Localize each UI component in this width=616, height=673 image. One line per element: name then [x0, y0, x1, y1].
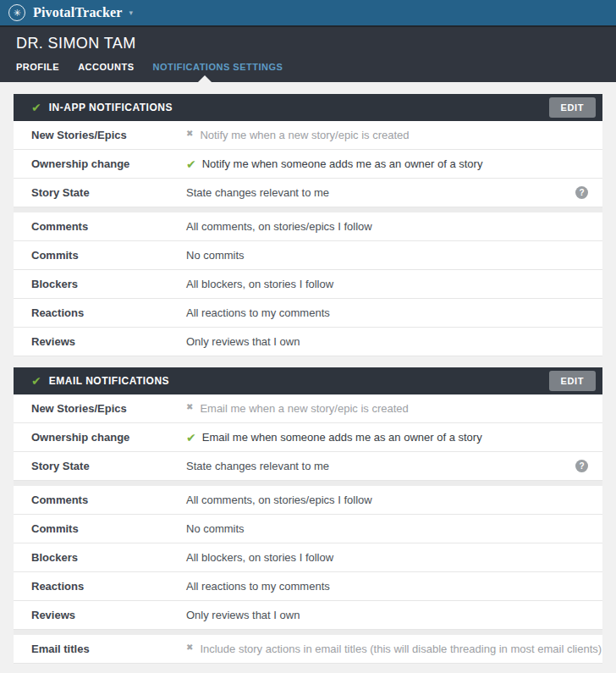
setting-row-new-stories-epics: New Stories/Epics✖Email me when a new st… — [14, 394, 602, 423]
tab-bar: PROFILE ACCOUNTS NOTIFICATIONS SETTINGS — [16, 62, 283, 72]
panel-header: ✔ IN-APP NOTIFICATIONS EDIT — [14, 94, 602, 121]
setting-row-email-titles: Email titles✖Include story actions in em… — [14, 635, 602, 664]
setting-description: No commits — [186, 522, 245, 535]
setting-row-new-stories-epics: New Stories/Epics✖Notify me when a new s… — [14, 121, 602, 150]
setting-description: All comments, on stories/epics I follow — [186, 220, 372, 233]
setting-row-comments: CommentsAll comments, on stories/epics I… — [14, 212, 602, 241]
setting-name: Reviews — [14, 609, 186, 621]
in-app-notifications-panel: ✔ IN-APP NOTIFICATIONS EDIT New Stories/… — [14, 94, 602, 356]
setting-row-commits: CommitsNo commits — [14, 515, 602, 543]
tab-profile[interactable]: PROFILE — [16, 62, 59, 72]
setting-value: ✖Email me when a new story/epic is creat… — [186, 402, 602, 415]
tab-accounts[interactable]: ACCOUNTS — [78, 62, 134, 72]
setting-name: Blockers — [14, 551, 186, 564]
setting-description: State changes relevant to me — [186, 460, 329, 472]
setting-name: Commits — [14, 249, 186, 262]
setting-row-story-state: Story StateState changes relevant to me? — [14, 452, 602, 481]
setting-description: Notify me when someone adds me as an own… — [202, 157, 483, 170]
setting-name: Reactions — [14, 580, 186, 593]
setting-description: All comments, on stories/epics I follow — [186, 494, 372, 506]
setting-value: All comments, on stories/epics I follow — [186, 494, 602, 506]
setting-description: All blockers, on stories I follow — [186, 551, 333, 564]
active-tab-pointer — [198, 75, 212, 82]
setting-name: Commits — [14, 522, 186, 535]
setting-name: Email titles — [14, 643, 186, 655]
enabled-check-icon: ✔ — [186, 158, 196, 170]
tab-notifications-settings[interactable]: NOTIFICATIONS SETTINGS — [153, 62, 283, 72]
disabled-x-icon: ✖ — [186, 403, 193, 411]
pinwheel-icon: ✳ — [13, 8, 20, 18]
brand-menu[interactable]: ✳ PivotalTracker ▾ — [8, 4, 133, 21]
setting-value: Only reviews that I own — [186, 335, 602, 348]
profile-header: DR. SIMON TAM PROFILE ACCOUNTS NOTIFICAT… — [0, 25, 616, 82]
setting-name: Story State — [14, 186, 186, 199]
page-title: DR. SIMON TAM — [16, 35, 136, 52]
setting-value: ✔Email me when someone adds me as an own… — [186, 431, 602, 444]
settings-content: ✔ IN-APP NOTIFICATIONS EDIT New Stories/… — [0, 82, 616, 664]
setting-row-comments: CommentsAll comments, on stories/epics I… — [14, 486, 602, 515]
setting-name: Ownership change — [14, 431, 186, 444]
setting-name: Reactions — [14, 306, 186, 319]
setting-description: Email me when someone adds me as an owne… — [202, 431, 482, 444]
disabled-x-icon: ✖ — [186, 130, 193, 138]
setting-value: All comments, on stories/epics I follow — [186, 220, 602, 233]
setting-row-ownership-change: Ownership change✔Email me when someone a… — [14, 423, 602, 452]
setting-value: State changes relevant to me — [186, 460, 575, 472]
setting-description: All reactions to my comments — [186, 306, 330, 319]
setting-name: Blockers — [14, 278, 186, 290]
setting-description: State changes relevant to me — [186, 186, 329, 199]
setting-row-reviews: ReviewsOnly reviews that I own — [14, 601, 602, 630]
setting-description: Include story actions in email titles (t… — [200, 643, 602, 655]
setting-row-blockers: BlockersAll blockers, on stories I follo… — [14, 270, 602, 299]
setting-row-blockers: BlockersAll blockers, on stories I follo… — [14, 543, 602, 572]
setting-name: Comments — [14, 220, 186, 233]
setting-value: ✔Notify me when someone adds me as an ow… — [186, 157, 602, 170]
panel-rows: New Stories/Epics✖Notify me when a new s… — [14, 121, 602, 356]
setting-description: No commits — [186, 249, 245, 262]
email-notifications-panel: ✔ EMAIL NOTIFICATIONS EDIT New Stories/E… — [14, 367, 602, 664]
chevron-down-icon: ▾ — [129, 8, 134, 17]
panel-rows: New Stories/Epics✖Email me when a new st… — [14, 394, 602, 664]
setting-value: All blockers, on stories I follow — [186, 278, 602, 290]
edit-button[interactable]: EDIT — [549, 97, 596, 118]
top-app-bar: ✳ PivotalTracker ▾ — [0, 0, 616, 25]
setting-name: New Stories/Epics — [14, 129, 186, 141]
brand-name: PivotalTracker — [33, 5, 123, 20]
setting-description: Only reviews that I own — [186, 335, 300, 348]
setting-row-reactions: ReactionsAll reactions to my comments — [14, 299, 602, 328]
setting-description: Email me when a new story/epic is create… — [200, 402, 408, 415]
disabled-x-icon: ✖ — [186, 643, 193, 652]
setting-name: Reviews — [14, 335, 186, 348]
setting-name: Ownership change — [14, 157, 186, 170]
enabled-check-icon: ✔ — [186, 432, 196, 444]
check-icon: ✔ — [31, 102, 41, 113]
setting-name: Comments — [14, 494, 186, 506]
setting-value: No commits — [186, 522, 602, 535]
setting-row-reviews: ReviewsOnly reviews that I own — [14, 328, 602, 356]
panel-title: EMAIL NOTIFICATIONS — [49, 375, 549, 387]
setting-row-ownership-change: Ownership change✔Notify me when someone … — [14, 150, 602, 179]
pivotal-tracker-logo-icon: ✳ — [8, 4, 25, 21]
setting-value: All reactions to my comments — [186, 306, 602, 319]
help-icon[interactable]: ? — [575, 186, 588, 199]
setting-value: All reactions to my comments — [186, 580, 602, 593]
setting-description: Notify me when a new story/epic is creat… — [200, 129, 409, 141]
setting-row-commits: CommitsNo commits — [14, 241, 602, 270]
setting-row-story-state: Story StateState changes relevant to me? — [14, 179, 602, 207]
setting-row-reactions: ReactionsAll reactions to my comments — [14, 572, 602, 601]
setting-value: State changes relevant to me — [186, 186, 575, 199]
setting-description: Only reviews that I own — [186, 609, 300, 621]
setting-value: ✖Notify me when a new story/epic is crea… — [186, 129, 602, 141]
setting-value: All blockers, on stories I follow — [186, 551, 602, 564]
setting-description: All blockers, on stories I follow — [186, 278, 333, 290]
check-icon: ✔ — [31, 375, 41, 387]
setting-value: No commits — [186, 249, 602, 262]
edit-button[interactable]: EDIT — [549, 371, 596, 391]
help-icon[interactable]: ? — [575, 460, 588, 472]
setting-name: New Stories/Epics — [14, 402, 186, 415]
setting-name: Story State — [14, 460, 186, 472]
panel-header: ✔ EMAIL NOTIFICATIONS EDIT — [14, 367, 602, 394]
setting-value: ✖Include story actions in email titles (… — [186, 643, 602, 655]
setting-description: All reactions to my comments — [186, 580, 330, 593]
setting-value: Only reviews that I own — [186, 609, 602, 621]
